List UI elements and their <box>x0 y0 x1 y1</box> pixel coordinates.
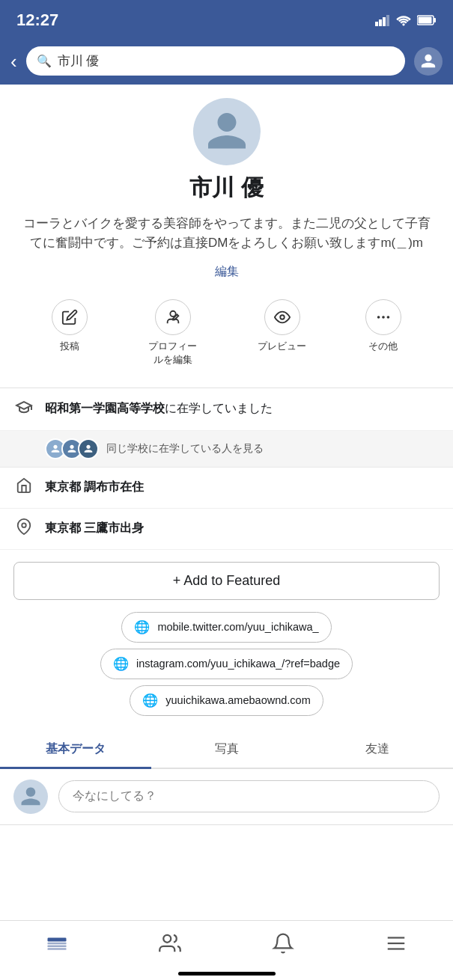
bottom-nav <box>0 920 453 980</box>
action-row: 投稿 プロフィールを編集 プレビュー <box>0 293 453 380</box>
school-suffix: に在学していました <box>165 402 273 414</box>
tab-basic-data[interactable]: 基本データ <box>0 731 151 768</box>
tab-friends[interactable]: 友達 <box>302 731 453 768</box>
edit-profile-icon-box <box>155 299 191 335</box>
home-nav-icon <box>46 932 68 960</box>
avatar-top <box>0 85 453 165</box>
svg-point-17 <box>163 935 171 943</box>
action-preview[interactable]: プレビュー <box>258 299 306 367</box>
location-text: 東京都 調布市在住 <box>45 479 144 495</box>
action-edit-profile[interactable]: プロフィールを編集 <box>147 299 199 367</box>
action-post-label: 投稿 <box>60 340 79 353</box>
home-icon-svg <box>46 932 68 955</box>
search-text: 市川 優 <box>58 52 100 70</box>
globe-icon-3: 🌐 <box>142 693 158 708</box>
school-text: 昭和第一学園高等学校に在学していました <box>45 400 273 417</box>
edit-profile-icon <box>165 309 181 325</box>
friends-nav-icon <box>159 932 181 960</box>
svg-rect-2 <box>383 17 386 26</box>
signal-icon <box>375 14 390 26</box>
location-icon <box>16 518 32 535</box>
profile-section: 市川 優 コーラとバイクを愛する美容師をやってます。また二児の父として子育てに奮… <box>0 85 453 388</box>
school-name: 昭和第一学園高等学校 <box>45 402 165 414</box>
house-icon <box>16 477 32 494</box>
globe-icon-2: 🌐 <box>113 656 129 672</box>
hometown-text: 東京都 三鷹市出身 <box>45 520 144 536</box>
location-info-item: 東京都 調布市在住 <box>0 468 453 509</box>
twitter-url: mobile.twitter.com/yuu_ichikawa_ <box>157 621 318 633</box>
nav-friends[interactable] <box>147 928 193 964</box>
search-icon: 🔍 <box>37 54 52 68</box>
action-edit-profile-label: プロフィールを編集 <box>147 340 199 367</box>
location-label: 東京都 調布市在住 <box>45 480 144 493</box>
more-icon-box <box>365 299 401 335</box>
friends-icon-svg <box>159 932 181 955</box>
profile-name: 市川 優 <box>0 173 453 203</box>
action-post[interactable]: 投稿 <box>52 299 88 367</box>
preview-icon-box <box>264 299 300 335</box>
svg-point-10 <box>382 316 385 319</box>
profile-bio: コーラとバイクを愛する美容師をやってます。また二児の父として子育てに奮闘中です。… <box>0 214 453 254</box>
school-info-item: 昭和第一学園高等学校に在学していました <box>0 388 453 431</box>
back-button[interactable]: ‹ <box>10 52 17 71</box>
tab-photos[interactable]: 写真 <box>151 731 302 768</box>
school-sub-text: 同じ学校に在学している人を見る <box>106 442 264 456</box>
avatar-icon <box>204 109 249 154</box>
twitter-link[interactable]: 🌐 mobile.twitter.com/yuu_ichikawa_ <box>121 612 331 643</box>
bell-icon-svg <box>272 932 294 955</box>
person-icon <box>420 53 437 70</box>
tabs-row: 基本データ 写真 友達 <box>0 731 453 769</box>
action-more[interactable]: その他 <box>365 299 401 367</box>
nav-home[interactable] <box>34 928 80 964</box>
bell-nav-icon <box>272 932 294 960</box>
action-more-label: その他 <box>368 340 398 353</box>
profile-icon-button[interactable] <box>414 47 443 76</box>
menu-nav-icon <box>385 932 407 960</box>
action-preview-label: プレビュー <box>258 340 306 353</box>
svg-rect-15 <box>47 946 66 948</box>
info-section: 昭和第一学園高等学校に在学していました 同じ学校に在学している人を見る 東京都 <box>0 388 453 769</box>
post-avatar <box>13 780 48 814</box>
add-featured-button[interactable]: + Add to Featured <box>13 562 440 600</box>
edit-icon <box>61 309 78 325</box>
nav-notifications[interactable] <box>260 928 306 964</box>
svg-rect-5 <box>419 17 432 24</box>
edit-link[interactable]: 編集 <box>0 264 453 280</box>
svg-rect-6 <box>434 18 436 22</box>
home-indicator <box>178 972 276 976</box>
svg-rect-13 <box>47 938 66 942</box>
pin-icon <box>13 518 34 539</box>
ameba-link[interactable]: 🌐 yuuichikawa.amebaownd.com <box>130 685 323 716</box>
post-input[interactable]: 今なにしてる？ <box>58 780 440 812</box>
globe-icon-1: 🌐 <box>134 619 150 635</box>
nav-menu[interactable] <box>373 928 419 964</box>
svg-point-11 <box>386 316 389 319</box>
svg-point-8 <box>280 315 285 319</box>
more-icon <box>375 309 392 325</box>
battery-icon <box>417 15 437 25</box>
school-avatars <box>45 438 99 459</box>
search-bar: ‹ 🔍 市川 優 <box>0 40 453 85</box>
mini-avatar-3 <box>78 438 99 459</box>
post-icon-box <box>52 299 88 335</box>
hometown-info-item: 東京都 三鷹市出身 <box>0 509 453 550</box>
ameba-url: yuuichikawa.amebaownd.com <box>165 694 310 706</box>
edit-anchor[interactable]: 編集 <box>215 265 239 278</box>
svg-rect-0 <box>375 22 378 26</box>
tab-basic-data-label: 基本データ <box>46 742 106 755</box>
links-section: 🌐 mobile.twitter.com/yuu_ichikawa_ 🌐 ins… <box>0 607 453 723</box>
tab-photos-label: 写真 <box>215 742 239 755</box>
svg-rect-1 <box>379 19 382 26</box>
school-sub-row[interactable]: 同じ学校に在学している人を見る <box>0 431 453 468</box>
instagram-link[interactable]: 🌐 instagram.com/yuu_ichikawa_/?ref=badge <box>100 649 353 679</box>
wifi-icon <box>396 14 411 26</box>
instagram-url: instagram.com/yuu_ichikawa_/?ref=badge <box>136 658 340 670</box>
tab-friends-label: 友達 <box>365 742 389 755</box>
preview-icon <box>274 309 291 325</box>
school-icon <box>15 398 33 416</box>
search-input-wrap[interactable]: 🔍 市川 優 <box>26 46 405 76</box>
svg-rect-3 <box>386 15 389 26</box>
status-icons <box>375 14 437 26</box>
svg-rect-14 <box>47 943 66 945</box>
post-bar: 今なにしてる？ <box>0 769 453 825</box>
